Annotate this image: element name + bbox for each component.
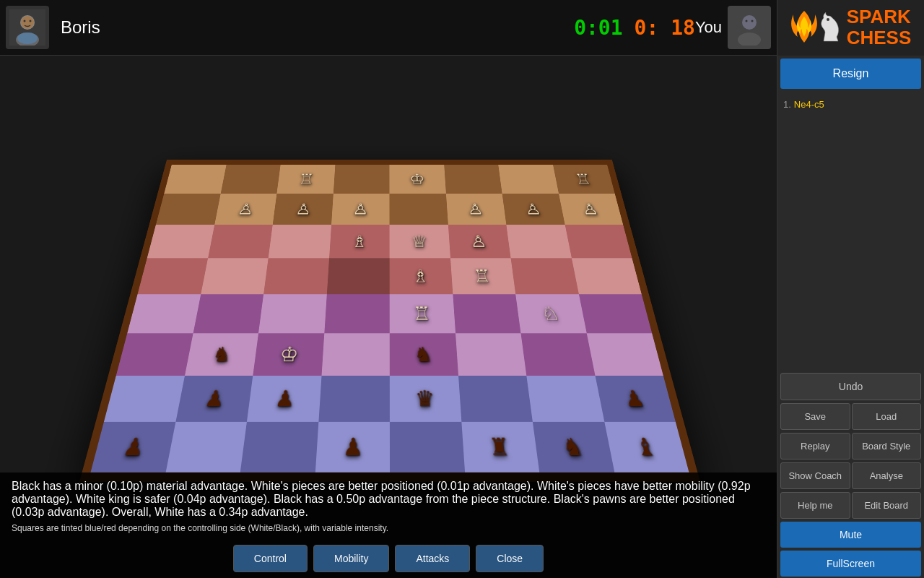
piece-white-king[interactable]: ♔ [409, 172, 425, 186]
piece-black-knight[interactable]: ♞ [414, 344, 433, 364]
piece-white-pawn[interactable]: ♙ [467, 202, 484, 217]
board-cell[interactable] [165, 422, 247, 473]
piece-black-pawn[interactable]: ♟ [274, 387, 296, 410]
board-cell[interactable] [193, 294, 263, 333]
board-cell[interactable]: ♝ [604, 422, 689, 473]
show-coach-button[interactable]: Show Coach [780, 462, 850, 489]
board-cell[interactable]: ♟ [175, 376, 253, 422]
piece-black-queen[interactable]: ♛ [414, 387, 435, 410]
board-cell[interactable] [565, 225, 632, 258]
piece-white-pawn[interactable]: ♙ [470, 233, 488, 249]
analyse-button[interactable]: Analyse [852, 462, 922, 489]
board-cell[interactable] [586, 333, 663, 376]
piece-black-rook[interactable]: ♜ [488, 435, 510, 459]
board-cell[interactable]: ♜ [461, 422, 539, 473]
board-cell[interactable]: ♙ [273, 194, 334, 225]
board-cell[interactable] [458, 376, 533, 422]
board-cell[interactable] [147, 225, 214, 258]
board-cell[interactable] [506, 225, 571, 258]
mobility-button[interactable]: Mobility [313, 545, 389, 572]
piece-white-pawn[interactable]: ♙ [580, 202, 600, 217]
piece-white-bishop[interactable]: ♗ [351, 233, 368, 249]
board-cell[interactable] [333, 165, 389, 194]
board-cell[interactable]: ♟ [595, 376, 676, 422]
fullscreen-button[interactable]: FullScreen [780, 551, 921, 577]
board-cell[interactable] [240, 422, 318, 473]
piece-white-knight[interactable]: ♘ [540, 304, 561, 323]
piece-white-queen[interactable]: ♕ [411, 233, 428, 249]
replay-button[interactable]: Replay [780, 433, 850, 460]
piece-black-pawn[interactable]: ♟ [204, 387, 227, 410]
board-cell[interactable] [326, 258, 389, 294]
board-cell[interactable]: ♔ [253, 333, 324, 376]
board-cell[interactable]: ♙ [448, 225, 510, 258]
chess-board[interactable]: ♖♔♖♙♙♙♙♙♙♗♕♙♗♖♖♘♞♔♞♟♟♛♟♟♟♜♞♝ [79, 160, 700, 482]
board-style-button[interactable]: Board Style [852, 433, 922, 460]
board-cell[interactable] [572, 258, 642, 294]
board-cell[interactable] [520, 333, 595, 376]
piece-white-bishop[interactable]: ♗ [411, 267, 430, 285]
board-cell[interactable] [116, 333, 193, 376]
board-cell[interactable] [269, 225, 331, 258]
board-cell[interactable]: ♟ [315, 422, 390, 473]
board-cell[interactable]: ♗ [329, 225, 390, 258]
close-button[interactable]: Close [476, 545, 544, 572]
board-cell[interactable]: ♖ [450, 258, 516, 294]
piece-black-pawn[interactable]: ♟ [343, 435, 364, 459]
board-cell[interactable] [498, 165, 558, 194]
piece-white-rook[interactable]: ♖ [298, 172, 315, 186]
board-cell[interactable]: ♖ [390, 294, 456, 333]
board-cell[interactable] [456, 333, 527, 376]
board-cell[interactable] [324, 294, 390, 333]
piece-black-knight[interactable]: ♞ [560, 435, 585, 459]
help-me-button[interactable]: Help me [780, 492, 850, 519]
board-cell[interactable] [220, 165, 280, 194]
piece-white-rook[interactable]: ♖ [413, 304, 432, 323]
piece-white-rook[interactable]: ♖ [473, 267, 492, 285]
board-cell[interactable] [579, 294, 653, 333]
board-cell[interactable]: ♟ [90, 422, 175, 473]
mute-button[interactable]: Mute [780, 522, 921, 548]
board-cell[interactable] [511, 258, 579, 294]
board-cell[interactable]: ♗ [390, 258, 453, 294]
piece-black-knight[interactable]: ♞ [212, 344, 233, 364]
edit-board-button[interactable]: Edit Board [852, 492, 922, 519]
piece-white-king[interactable]: ♔ [279, 344, 299, 364]
piece-black-pawn[interactable]: ♟ [121, 435, 147, 459]
piece-black-pawn[interactable]: ♟ [622, 387, 647, 410]
board-cell[interactable] [321, 333, 390, 376]
board-cell[interactable] [164, 165, 226, 194]
board-cell[interactable]: ♞ [390, 333, 458, 376]
board-cell[interactable]: ♔ [389, 165, 445, 194]
board-cell[interactable]: ♘ [515, 294, 586, 333]
undo-button[interactable]: Undo [780, 373, 921, 400]
piece-black-bishop[interactable]: ♝ [633, 435, 659, 459]
piece-white-pawn[interactable]: ♙ [237, 202, 255, 217]
board-cell[interactable]: ♞ [185, 333, 258, 376]
control-button[interactable]: Control [233, 545, 308, 572]
board-cell[interactable] [453, 294, 521, 333]
board-cell[interactable]: ♙ [559, 194, 624, 225]
piece-white-pawn[interactable]: ♙ [524, 202, 542, 217]
board-cell[interactable] [390, 422, 465, 473]
board-cell[interactable]: ♖ [553, 165, 615, 194]
piece-white-rook[interactable]: ♖ [574, 172, 593, 186]
board-cell[interactable] [318, 376, 390, 422]
board-cell[interactable]: ♙ [502, 194, 565, 225]
board-cell[interactable] [104, 376, 185, 422]
attacks-button[interactable]: Attacks [395, 545, 470, 572]
board-cell[interactable]: ♞ [533, 422, 614, 473]
resign-button[interactable]: Resign [780, 59, 921, 89]
board-cell[interactable] [263, 258, 329, 294]
board-cell[interactable] [127, 294, 201, 333]
board-cell[interactable] [201, 258, 269, 294]
board-cell[interactable] [389, 194, 448, 225]
board-cell[interactable]: ♕ [390, 225, 450, 258]
board-cell[interactable] [258, 294, 326, 333]
piece-white-pawn[interactable]: ♙ [352, 202, 369, 217]
board-cell[interactable] [444, 165, 502, 194]
load-button[interactable]: Load [852, 403, 922, 430]
board-cell[interactable]: ♟ [247, 376, 321, 422]
board-cell[interactable] [208, 225, 273, 258]
board-cell[interactable] [138, 258, 208, 294]
